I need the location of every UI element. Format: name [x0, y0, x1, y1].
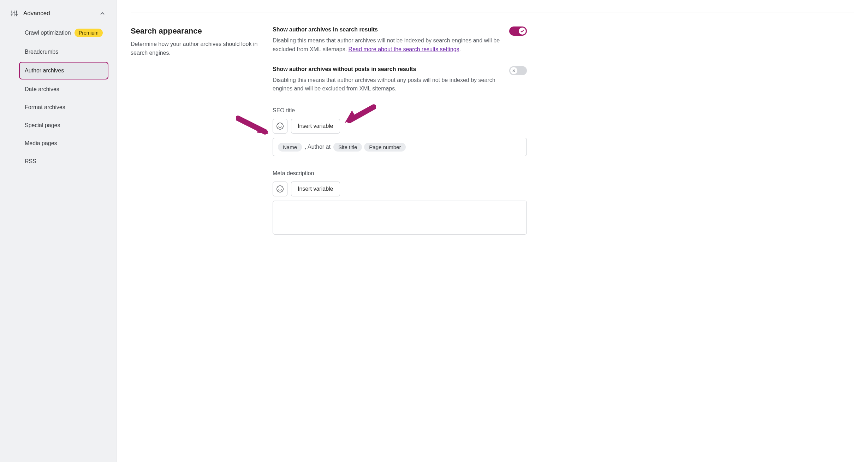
main-content: Search appearance Determine how your aut… [117, 0, 868, 462]
sidebar-item-format-archives[interactable]: Format archives [22, 99, 108, 116]
sidebar-section-advanced[interactable]: Advanced [8, 6, 108, 22]
setting-show-author-archives: Show author archives in search results D… [273, 26, 527, 54]
emoji-button[interactable] [273, 182, 287, 196]
read-more-link[interactable]: Read more about the search results setti… [349, 46, 459, 52]
insert-variable-button[interactable]: Insert variable [291, 182, 340, 196]
section-description: Determine how your author archives shoul… [131, 40, 258, 58]
chevron-up-icon [99, 10, 106, 17]
meta-description-input[interactable] [273, 201, 527, 235]
toggle-show-without-posts[interactable] [509, 66, 527, 75]
section-title: Search appearance [131, 26, 258, 36]
setting-title: Show author archives without posts in se… [273, 66, 501, 72]
setting-show-without-posts: Show author archives without posts in se… [273, 66, 527, 94]
svg-point-11 [277, 123, 283, 129]
sidebar-item-label: RSS [25, 158, 103, 165]
divider [131, 12, 854, 12]
smile-icon [276, 122, 284, 130]
field-label: SEO title [273, 107, 527, 114]
premium-badge: Premium [75, 29, 103, 37]
sidebar: Advanced Crawl optimization Premium Brea… [0, 0, 117, 462]
sidebar-item-crawl-optimization[interactable]: Crawl optimization Premium [22, 24, 108, 42]
setting-description: Disabling this means that author archive… [273, 36, 501, 54]
meta-description-field: Meta description Insert variable [273, 170, 527, 235]
sidebar-item-label: Special pages [25, 122, 103, 129]
close-icon [510, 67, 517, 74]
sidebar-item-rss[interactable]: RSS [22, 153, 108, 170]
sidebar-items: Crawl optimization Premium Breadcrumbs A… [8, 24, 108, 170]
variable-token-page-number[interactable]: Page number [364, 143, 406, 152]
sidebar-item-label: Format archives [25, 104, 103, 111]
svg-marker-15 [257, 126, 269, 134]
token-text: , Author at [304, 144, 331, 150]
smile-icon [276, 185, 284, 193]
variable-token-name[interactable]: Name [278, 143, 302, 152]
sidebar-item-special-pages[interactable]: Special pages [22, 117, 108, 134]
check-icon [519, 28, 526, 35]
seo-title-input[interactable]: Name , Author at Site title Page number [273, 138, 527, 156]
insert-variable-button[interactable]: Insert variable [291, 119, 340, 134]
sliders-icon [11, 10, 18, 17]
setting-description: Disabling this means that author archive… [273, 76, 501, 94]
sidebar-header-title: Advanced [23, 10, 94, 17]
sidebar-item-date-archives[interactable]: Date archives [22, 81, 108, 97]
sidebar-item-label: Author archives [25, 67, 102, 74]
variable-token-site-title[interactable]: Site title [333, 143, 362, 152]
setting-desc-text: . [459, 46, 461, 52]
emoji-button[interactable] [273, 119, 287, 134]
field-label: Meta description [273, 170, 527, 177]
sidebar-item-breadcrumbs[interactable]: Breadcrumbs [22, 44, 108, 60]
toggle-show-author-archives[interactable] [509, 26, 527, 36]
sidebar-item-author-archives[interactable]: Author archives [19, 62, 108, 79]
sidebar-item-label: Crawl optimization [25, 30, 75, 36]
sidebar-item-label: Breadcrumbs [25, 49, 103, 55]
svg-point-18 [277, 186, 283, 192]
sidebar-item-label: Media pages [25, 140, 103, 147]
sidebar-item-label: Date archives [25, 86, 103, 93]
setting-title: Show author archives in search results [273, 26, 501, 33]
sidebar-item-media-pages[interactable]: Media pages [22, 135, 108, 152]
seo-title-field: SEO title Insert variable Name , Author … [273, 107, 527, 156]
